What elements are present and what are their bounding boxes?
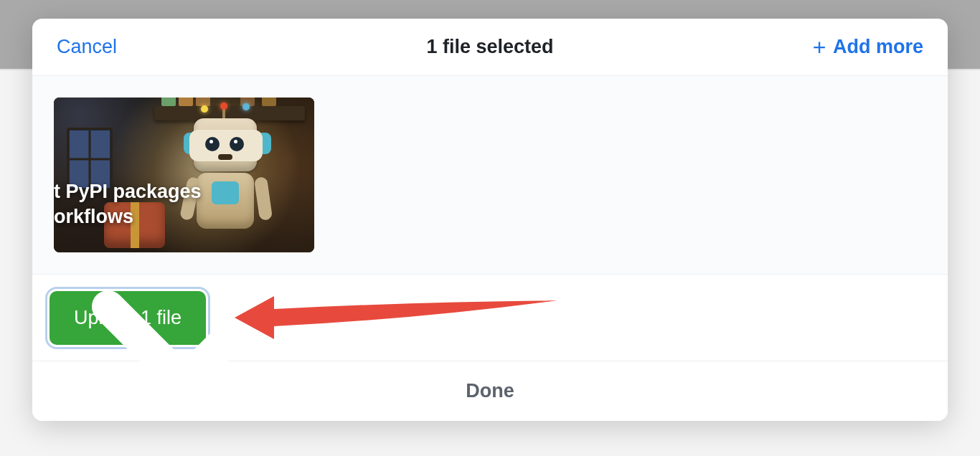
plus-icon: +: [810, 38, 829, 57]
done-button[interactable]: Done: [466, 380, 514, 402]
add-more-label: Add more: [833, 36, 923, 58]
thumbnail-image: t PyPI packages orkflows: [54, 98, 314, 252]
modal-title: 1 file selected: [426, 36, 553, 58]
upload-modal: Cancel 1 file selected + Add more: [32, 19, 948, 421]
file-thumbnail[interactable]: t PyPI packages orkflows: [54, 98, 314, 252]
modal-body: t PyPI packages orkflows: [32, 76, 948, 275]
modal-header: Cancel 1 file selected + Add more: [32, 19, 948, 76]
add-more-button[interactable]: + Add more: [810, 36, 923, 58]
thumbnail-caption: t PyPI packages orkflows: [54, 179, 204, 229]
arrow-annotation: [227, 289, 565, 346]
cancel-button[interactable]: Cancel: [57, 36, 117, 58]
